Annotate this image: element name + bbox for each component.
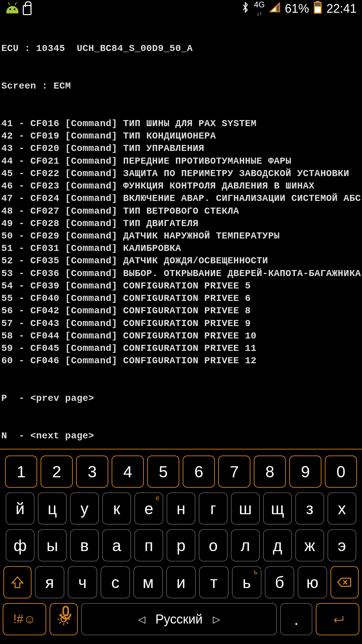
command-row: 59 - CF045 [Command] CONFIGURATION PRIVE… — [1, 342, 361, 355]
key-superscript: ъ — [253, 568, 258, 576]
command-row: 53 - CF036 [Command] ВЫБОР. ОТКРЫВАНИЕ Д… — [1, 267, 361, 280]
svg-rect-2 — [314, 6, 321, 13]
command-row: 60 - CF046 [Command] CONFIGURATION PRIVE… — [1, 355, 361, 367]
command-row: 44 - CF021 [Command] ПЕРЕДНИЕ ПРОТИВОТУМ… — [1, 155, 361, 167]
key-num-4[interactable]: 4 — [112, 455, 144, 488]
key-т[interactable]: т — [199, 566, 229, 598]
shift-key[interactable] — [3, 566, 32, 598]
command-row: 43 - CF020 [Command] ТИП УПРАВЛЕНИЯ — [1, 142, 361, 155]
ecu-line: ECU : 10345 UCH_BC84_S_00D9_50_A — [1, 42, 361, 55]
prev-lang-icon: ◁ — [138, 614, 145, 625]
key-д[interactable]: д — [263, 529, 292, 561]
svg-rect-4 — [63, 606, 68, 615]
battery-percent: 61% — [285, 2, 309, 16]
signal-icon — [269, 2, 280, 15]
key-э[interactable]: э — [327, 529, 356, 561]
mic-icon — [58, 606, 74, 626]
status-bar: 4G↓↑ 61% 22:41 — [0, 0, 362, 17]
screen-line: Screen : ECM — [1, 80, 361, 92]
key-num-3[interactable]: 3 — [76, 455, 108, 488]
command-row: 46 - CF023 [Command] ФУНКЦИЯ КОНТРОЛЯ ДА… — [1, 180, 361, 192]
backspace-key[interactable] — [330, 566, 359, 598]
key-л[interactable]: л — [231, 529, 260, 561]
key-ю[interactable]: ю — [298, 566, 327, 598]
period-key[interactable]: . — [280, 603, 312, 635]
command-row: 54 - CF039 [Command] CONFIGURATION PRIVE… — [1, 280, 361, 292]
key-ф[interactable]: ф — [6, 529, 35, 561]
command-row: 49 - CF028 [Command] ТИП ДВИГАТЕЛЯ — [1, 217, 361, 230]
key-г[interactable]: г — [199, 492, 228, 525]
on-screen-keyboard: 1234567890 йцукеёнгшщзх фывапролджэ ячсм… — [0, 449, 362, 644]
lock-icon — [23, 5, 32, 15]
key-и[interactable]: и — [166, 566, 196, 598]
key-о[interactable]: о — [199, 529, 228, 561]
key-а[interactable]: а — [102, 529, 131, 561]
network-type: 4G↓↑ — [254, 1, 265, 17]
enter-key[interactable] — [316, 603, 359, 635]
key-п[interactable]: п — [134, 529, 163, 561]
next-lang-icon: ▷ — [213, 614, 220, 625]
key-num-0[interactable]: 0 — [325, 455, 357, 488]
command-row: 45 - CF022 [Command] ЗАЩИТА ПО ПЕРИМЕТРУ… — [1, 167, 361, 180]
command-row: 52 - CF035 [Command] ДАТЧИК ДОЖДЯ/ОСВЕЩЕ… — [1, 255, 361, 267]
key-к[interactable]: к — [102, 492, 131, 525]
command-row: 47 - CF024 [Command] ВКЛЮЧЕНИЕ АВАР. СИГ… — [1, 192, 361, 205]
clock: 22:41 — [326, 2, 357, 16]
key-щ[interactable]: щ — [263, 492, 292, 525]
key-ь[interactable]: ьъ — [232, 566, 261, 598]
command-row: 42 - CF019 [Command] ТИП КОНДИЦИОНЕРА — [1, 130, 361, 142]
settings-key[interactable] — [50, 603, 78, 635]
key-num-7[interactable]: 7 — [218, 455, 250, 488]
key-superscript: ё — [156, 494, 159, 502]
prev-page-line: P - <prev page> — [1, 392, 361, 405]
battery-icon — [314, 1, 322, 16]
space-key[interactable]: ◁ Русский ▷ — [81, 603, 277, 635]
key-ц[interactable]: ц — [38, 492, 67, 525]
key-е[interactable]: её — [134, 492, 163, 525]
symbols-key[interactable]: !#☺ — [3, 603, 46, 635]
key-б[interactable]: б — [265, 566, 294, 598]
key-ы[interactable]: ы — [38, 529, 67, 561]
key-ш[interactable]: ш — [231, 492, 260, 525]
command-row: 57 - CF043 [Command] CONFIGURATION PRIVE… — [1, 317, 361, 330]
key-num-6[interactable]: 6 — [183, 455, 215, 488]
key-я[interactable]: я — [35, 566, 64, 598]
key-х[interactable]: х — [327, 492, 356, 525]
command-row: 41 - CF016 [Command] ТИП ШИНЫ ДЛЯ PAX SY… — [1, 117, 361, 130]
key-з[interactable]: з — [295, 492, 324, 525]
command-row: 56 - CF042 [Command] CONFIGURATION PRIVE… — [1, 305, 361, 317]
key-num-1[interactable]: 1 — [5, 455, 37, 488]
key-ж[interactable]: ж — [295, 529, 324, 561]
key-с[interactable]: с — [101, 566, 130, 598]
key-ч[interactable]: ч — [68, 566, 97, 598]
key-н[interactable]: н — [167, 492, 195, 525]
key-й[interactable]: й — [6, 492, 35, 525]
command-row: 50 - CF029 [Command] ДАТЧИК НАРУЖНОЙ ТЕМ… — [1, 230, 361, 242]
key-у[interactable]: у — [70, 492, 99, 525]
terminal-output[interactable]: ECU : 10345 UCH_BC84_S_00D9_50_A Screen … — [0, 17, 362, 492]
command-row: 55 - CF040 [Command] CONFIGURATION PRIVE… — [1, 292, 361, 305]
key-м[interactable]: м — [133, 566, 163, 598]
next-page-line: N - <next page> — [1, 430, 361, 442]
key-в[interactable]: в — [70, 529, 99, 561]
bluetooth-icon — [241, 1, 249, 16]
key-num-8[interactable]: 8 — [254, 455, 286, 488]
key-р[interactable]: р — [167, 529, 195, 561]
key-num-5[interactable]: 5 — [147, 455, 179, 488]
command-row: 48 - CF027 [Command] ТИП ВЕТРОВОГО СТЕКЛ… — [1, 205, 361, 217]
space-label: Русский — [156, 612, 203, 627]
key-num-9[interactable]: 9 — [289, 455, 321, 488]
command-row: 58 - CF044 [Command] CONFIGURATION PRIVE… — [1, 330, 361, 342]
app-android-icon — [5, 4, 19, 13]
command-row: 51 - CF031 [Command] КАЛИБРОВКА — [1, 242, 361, 255]
key-num-2[interactable]: 2 — [41, 455, 73, 488]
